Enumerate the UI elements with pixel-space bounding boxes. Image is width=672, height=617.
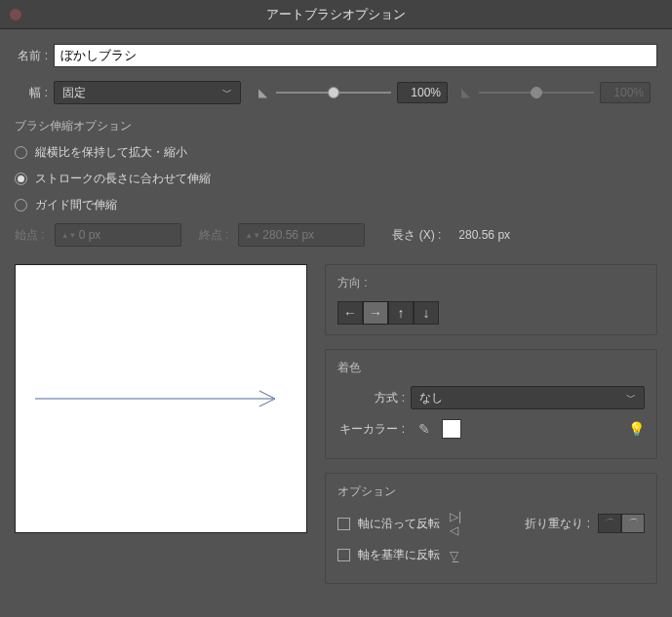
stepper-arrows-icon: ▲▼ xyxy=(245,232,257,239)
start-input: ▲▼ 0 px xyxy=(55,223,181,247)
flip-across-icon: ▽̲ xyxy=(450,549,467,562)
end-label: 終点 : xyxy=(199,227,229,244)
width-mode-value: 固定 xyxy=(62,85,86,101)
width-label: 幅 : xyxy=(15,85,54,101)
stretch-opt3-label: ガイド間で伸縮 xyxy=(35,197,117,213)
length-value: 280.56 px xyxy=(458,228,510,242)
slider-thumb-disabled xyxy=(531,87,542,98)
stretch-option-scale[interactable]: 縦横比を保持して拡大・縮小 xyxy=(15,144,657,161)
stretch-option-between-guides[interactable]: ガイド間で伸縮 xyxy=(15,197,657,213)
slider-left-icon: ◣ xyxy=(255,86,270,99)
flip-along-checkbox[interactable] xyxy=(337,518,350,530)
width-percent-2: 100% xyxy=(600,82,651,103)
flip-across-checkbox[interactable] xyxy=(337,549,350,561)
name-label: 名前 : xyxy=(15,48,54,64)
keycolor-label: キーカラー : xyxy=(337,421,411,438)
direction-down-button[interactable]: ↓ xyxy=(414,301,439,325)
method-label: 方式 : xyxy=(337,390,411,406)
colorize-title: 着色 xyxy=(337,360,645,376)
preview-arrow-icon xyxy=(35,389,289,408)
slider-thumb[interactable] xyxy=(328,87,339,98)
tips-bulb-icon[interactable]: 💡 xyxy=(628,421,645,437)
end-value: 280.56 px xyxy=(262,228,314,242)
flip-along-label: 軸に沿って反転 xyxy=(358,516,440,532)
width-slider-2 xyxy=(479,92,594,94)
method-value: なし xyxy=(419,390,443,406)
dialog-title: アートブラシオプション xyxy=(266,6,406,23)
end-input: ▲▼ 280.56 px xyxy=(238,223,365,247)
overlap-off-button[interactable]: ⌒ xyxy=(598,514,621,533)
brush-preview xyxy=(15,264,307,533)
direction-left-button[interactable]: ← xyxy=(337,301,363,325)
flip-along-icon: ▷|◁ xyxy=(450,510,467,537)
stretch-opt2-label: ストロークの長さに合わせて伸縮 xyxy=(35,171,211,187)
close-window-dot[interactable] xyxy=(10,9,21,20)
radio-icon xyxy=(15,146,27,159)
direction-title: 方向 : xyxy=(337,275,645,291)
start-value: 0 px xyxy=(79,228,101,242)
chevron-down-icon: ﹀ xyxy=(626,391,636,405)
width-mode-select[interactable]: 固定 ﹀ xyxy=(54,81,241,104)
keycolor-swatch[interactable] xyxy=(442,419,461,439)
direction-right-button[interactable]: → xyxy=(363,301,388,325)
chevron-down-icon: ﹀ xyxy=(222,86,232,99)
options-title: オプション xyxy=(337,483,645,500)
length-label: 長さ (X) : xyxy=(392,227,441,244)
stretch-opt1-label: 縦横比を保持して拡大・縮小 xyxy=(35,144,187,161)
flip-across-label: 軸を基準に反転 xyxy=(358,547,440,563)
radio-icon xyxy=(15,199,27,212)
colorize-method-select[interactable]: なし ﹀ xyxy=(411,386,645,409)
radio-icon-checked xyxy=(15,173,27,185)
overlap-label: 折り重なり : xyxy=(525,516,590,532)
width-percent-1[interactable]: 100% xyxy=(397,82,448,103)
stretch-section-title: ブラシ伸縮オプション xyxy=(15,118,657,135)
titlebar: アートブラシオプション xyxy=(0,0,672,29)
overlap-on-button[interactable]: ⌒ xyxy=(621,514,645,533)
stepper-arrows-icon: ▲▼ xyxy=(61,232,73,239)
eyedropper-icon[interactable]: ✎ xyxy=(418,421,434,437)
brush-name-input[interactable] xyxy=(54,44,657,67)
direction-up-button[interactable]: ↑ xyxy=(388,301,414,325)
width-slider-1[interactable] xyxy=(276,92,391,94)
slider-left-icon-disabled: ◣ xyxy=(457,86,473,99)
stretch-option-fit-length[interactable]: ストロークの長さに合わせて伸縮 xyxy=(15,171,657,187)
start-label: 始点 : xyxy=(15,227,45,244)
